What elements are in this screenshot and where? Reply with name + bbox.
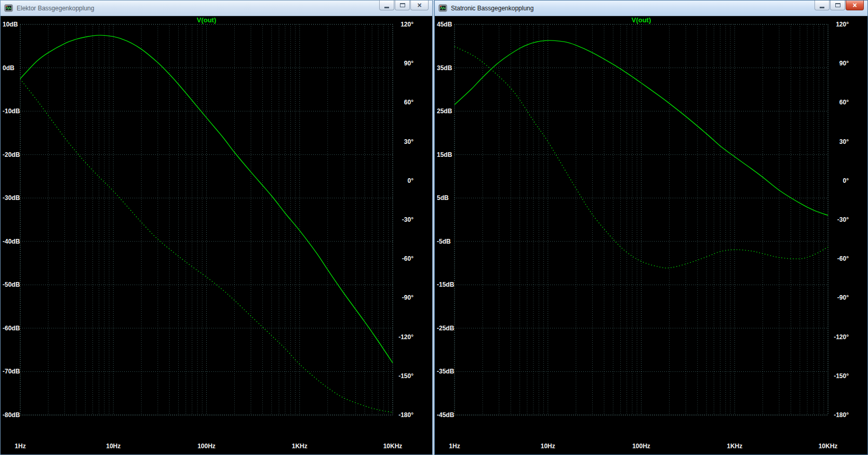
y-left-tick-label: -45dB (437, 411, 455, 419)
y-right-tick-label: 30° (839, 138, 849, 145)
close-icon: × (852, 1, 857, 10)
y-right-tick-label: 90° (404, 60, 413, 67)
x-tick-label: 10Hz (541, 443, 555, 450)
y-left-tick-label: -15dB (437, 281, 455, 288)
maximize-button[interactable] (830, 1, 845, 10)
y-right-tick-label: 0° (843, 177, 849, 184)
y-left-tick-label: -50dB (3, 281, 20, 288)
bode-plot-statronic: 45dB35dB25dB15dB5dB-5dB-15dB-25dB-35dB-4… (435, 16, 867, 454)
y-left-tick-label: 15dB (437, 151, 452, 158)
maximize-icon (835, 3, 840, 7)
phase-trace (20, 79, 393, 412)
window-statronic: Statronic Bassgegenkopplung × 45dB35dB25… (434, 0, 868, 455)
maximize-button[interactable] (395, 1, 410, 10)
close-button[interactable]: × (410, 1, 429, 10)
close-button[interactable]: × (846, 1, 864, 10)
titlebar-elektor[interactable]: Elektor Bassgegenkopplung × (1, 1, 432, 16)
x-tick-label: 1Hz (449, 443, 460, 450)
y-right-tick-label: 30° (404, 138, 413, 145)
plot-area-elektor[interactable]: 10dB0dB-10dB-20dB-30dB-40dB-50dB-60dB-70… (1, 16, 432, 454)
y-left-tick-label: -70dB (3, 368, 20, 375)
titlebar-statronic[interactable]: Statronic Bassgegenkopplung × (435, 1, 867, 16)
minimize-icon (384, 7, 389, 8)
y-right-tick-label: -180° (398, 411, 413, 419)
x-tick-label: 10KHz (383, 443, 403, 450)
window-elektor: Elektor Bassgegenkopplung × 10dB0dB-10dB… (0, 0, 433, 455)
window-title: Elektor Bassgegenkopplung (17, 5, 94, 12)
y-left-tick-label: 10dB (3, 21, 18, 28)
y-right-tick-label: -150° (398, 372, 413, 380)
y-left-tick-label: -60dB (3, 325, 20, 332)
y-left-tick-label: 25dB (437, 108, 452, 115)
y-right-tick-label: -60° (402, 255, 413, 262)
y-right-tick-label: -150° (834, 372, 849, 380)
y-right-tick-label: 120° (836, 21, 849, 28)
bode-plot-elektor: 10dB0dB-10dB-20dB-30dB-40dB-50dB-60dB-70… (1, 16, 432, 454)
app-icon (4, 4, 13, 12)
y-left-tick-label: -10dB (3, 108, 20, 115)
magnitude-trace (455, 41, 828, 216)
minimize-button[interactable] (379, 1, 394, 10)
y-right-tick-label: 90° (839, 60, 849, 67)
y-left-tick-label: -25dB (437, 325, 455, 332)
y-right-tick-label: 0° (408, 177, 414, 184)
y-right-tick-label: 60° (404, 99, 413, 106)
phase-trace (455, 47, 828, 268)
y-left-tick-label: -40dB (3, 238, 20, 245)
y-left-tick-label: -20dB (3, 151, 20, 158)
y-left-tick-label: -80dB (3, 411, 20, 419)
y-right-tick-label: -90° (402, 294, 413, 301)
close-icon: × (417, 1, 421, 10)
x-tick-label: 10Hz (106, 443, 121, 450)
y-right-tick-label: -90° (837, 294, 849, 301)
y-right-tick-label: -120° (834, 333, 849, 341)
y-left-tick-label: -30dB (3, 194, 20, 202)
x-tick-label: 100Hz (632, 443, 650, 450)
window-controls: × (814, 1, 864, 10)
x-tick-label: 1Hz (15, 443, 25, 450)
app-icon (438, 4, 447, 12)
maximize-icon (400, 3, 405, 7)
window-controls: × (379, 1, 429, 10)
desktop: Elektor Bassgegenkopplung × 10dB0dB-10dB… (0, 0, 868, 455)
y-left-tick-label: -5dB (437, 238, 451, 245)
y-right-tick-label: -120° (398, 333, 413, 341)
y-right-tick-label: -30° (402, 216, 413, 223)
x-tick-label: 1KHz (292, 443, 308, 450)
y-right-tick-label: -30° (837, 216, 849, 223)
y-right-tick-label: 60° (839, 99, 849, 106)
y-right-tick-label: -60° (837, 255, 849, 262)
y-left-tick-label: 35dB (437, 64, 452, 72)
trace-label: V(out) (632, 16, 651, 24)
y-left-tick-label: 0dB (3, 64, 15, 72)
trace-label: V(out) (197, 16, 217, 24)
minimize-icon (820, 7, 824, 8)
x-tick-label: 100Hz (197, 443, 216, 450)
window-title: Statronic Bassgegenkopplung (451, 5, 533, 12)
plot-area-statronic[interactable]: 45dB35dB25dB15dB5dB-5dB-15dB-25dB-35dB-4… (435, 16, 867, 454)
y-right-tick-label: -180° (834, 411, 849, 419)
y-left-tick-label: 5dB (437, 194, 449, 202)
x-tick-label: 1KHz (727, 443, 742, 450)
minimize-button[interactable] (814, 1, 830, 10)
y-left-tick-label: -35dB (437, 368, 455, 375)
y-left-tick-label: 45dB (437, 21, 452, 28)
y-right-tick-label: 120° (400, 21, 413, 28)
x-tick-label: 10KHz (819, 443, 838, 450)
